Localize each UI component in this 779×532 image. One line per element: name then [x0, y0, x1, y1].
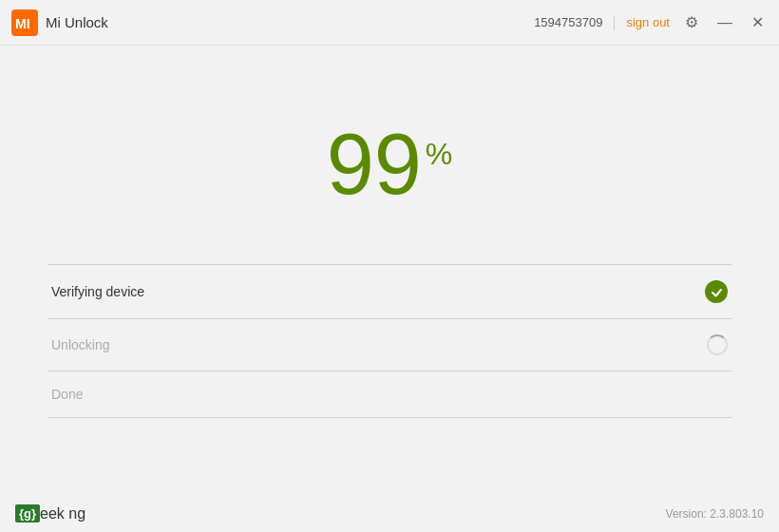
step-label-verifying: Verifying device: [51, 284, 144, 299]
app-title: Mi Unlock: [46, 14, 108, 30]
titlebar: MI Mi Unlock 1594753709 sign out ⚙ — ✕: [0, 0, 779, 46]
minimize-button[interactable]: —: [713, 13, 736, 32]
percentage-display: 99 %: [327, 122, 453, 207]
svg-text:MI: MI: [15, 16, 30, 31]
version-label: Version: 2.3.803.10: [666, 507, 764, 521]
footer: {g} eek ng Version: 2.3.803.10: [0, 504, 779, 522]
percentage-symbol: %: [426, 137, 452, 172]
loading-spinner-icon: [707, 334, 728, 355]
percentage-number: 99: [327, 122, 422, 207]
titlebar-left: MI Mi Unlock: [11, 10, 108, 36]
step-label-unlocking: Unlocking: [51, 337, 109, 352]
titlebar-right: 1594753709 sign out ⚙ — ✕: [534, 13, 768, 32]
step-label-done: Done: [51, 387, 83, 402]
main-content: 99 % Verifying device Unlocking Done: [0, 46, 779, 418]
step-row: Done: [48, 371, 732, 418]
geek-text: eek ng: [40, 505, 86, 522]
mi-logo-icon: MI: [11, 10, 38, 36]
geek-logo: {g} eek ng: [15, 504, 86, 522]
vertical-divider: [614, 15, 615, 30]
check-circle-icon: [705, 280, 728, 303]
close-button[interactable]: ✕: [748, 13, 768, 32]
steps-section: Verifying device Unlocking Done: [48, 264, 732, 418]
step-row: Unlocking: [48, 319, 732, 371]
settings-icon[interactable]: ⚙: [681, 13, 702, 32]
geek-bracket: {g}: [15, 504, 40, 522]
step-row: Verifying device: [48, 265, 732, 319]
sign-out-link[interactable]: sign out: [626, 15, 670, 29]
user-id: 1594753709: [534, 15, 602, 29]
